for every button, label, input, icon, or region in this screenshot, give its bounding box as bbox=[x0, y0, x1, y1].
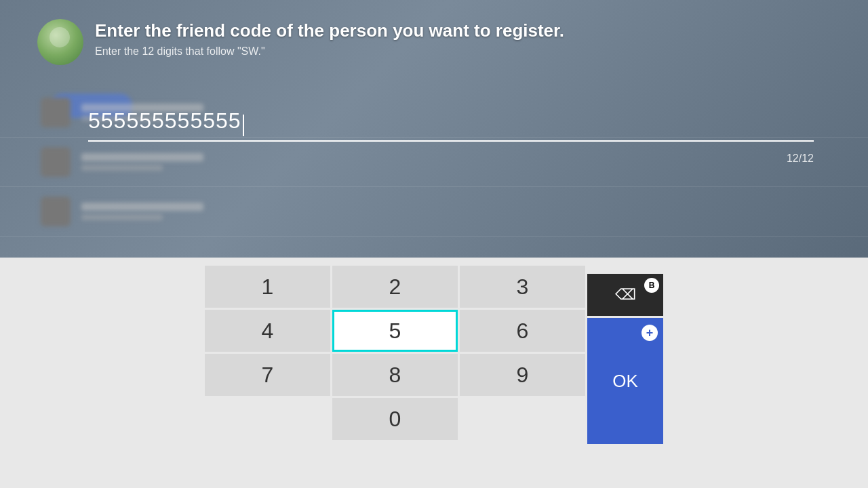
code-input-wrapper: 555555555555 12/12 bbox=[88, 108, 814, 142]
plus-badge: + bbox=[642, 325, 658, 341]
key-9[interactable]: 9 bbox=[460, 354, 585, 396]
key-empty-right bbox=[460, 398, 585, 440]
key-empty-left bbox=[205, 398, 330, 440]
key-4[interactable]: 4 bbox=[205, 310, 330, 352]
char-count: 12/12 bbox=[787, 152, 814, 165]
numpad-grid: 1 2 3 4 5 6 7 8 9 0 bbox=[205, 266, 585, 440]
prompt-area: Enter the friend code of the person you … bbox=[95, 20, 814, 58]
dialog-title: Enter the friend code of the person you … bbox=[95, 20, 814, 41]
input-area: 555555555555 12/12 bbox=[88, 108, 814, 142]
key-6[interactable]: 6 bbox=[460, 310, 585, 352]
text-cursor bbox=[243, 115, 244, 136]
dialog-background: Enter the friend code of the person you … bbox=[0, 0, 868, 258]
backspace-button[interactable]: ⌫ B bbox=[587, 274, 663, 316]
key-8[interactable]: 8 bbox=[332, 354, 458, 396]
b-badge: B bbox=[644, 278, 659, 293]
key-7[interactable]: 7 bbox=[205, 354, 330, 396]
user-avatar bbox=[37, 19, 83, 65]
dialog-panel: Enter the friend code of the person you … bbox=[0, 0, 868, 258]
side-panel: ⌫ B + OK bbox=[587, 274, 663, 444]
numpad-section: 1 2 3 4 5 6 7 8 9 0 ⌫ B + OK bbox=[0, 258, 868, 488]
numpad-area: 1 2 3 4 5 6 7 8 9 0 ⌫ B + OK bbox=[0, 258, 868, 488]
key-1[interactable]: 1 bbox=[205, 266, 330, 308]
ok-label: OK bbox=[612, 371, 638, 392]
code-input-display: 555555555555 bbox=[88, 108, 241, 133]
backspace-icon: ⌫ bbox=[615, 286, 636, 304]
key-5[interactable]: 5 bbox=[332, 310, 458, 352]
key-3[interactable]: 3 bbox=[460, 266, 585, 308]
dialog-subtitle: Enter the 12 digits that follow "SW." bbox=[95, 45, 814, 58]
ok-button[interactable]: + OK bbox=[587, 318, 663, 444]
key-2[interactable]: 2 bbox=[332, 266, 458, 308]
key-0[interactable]: 0 bbox=[332, 398, 458, 440]
